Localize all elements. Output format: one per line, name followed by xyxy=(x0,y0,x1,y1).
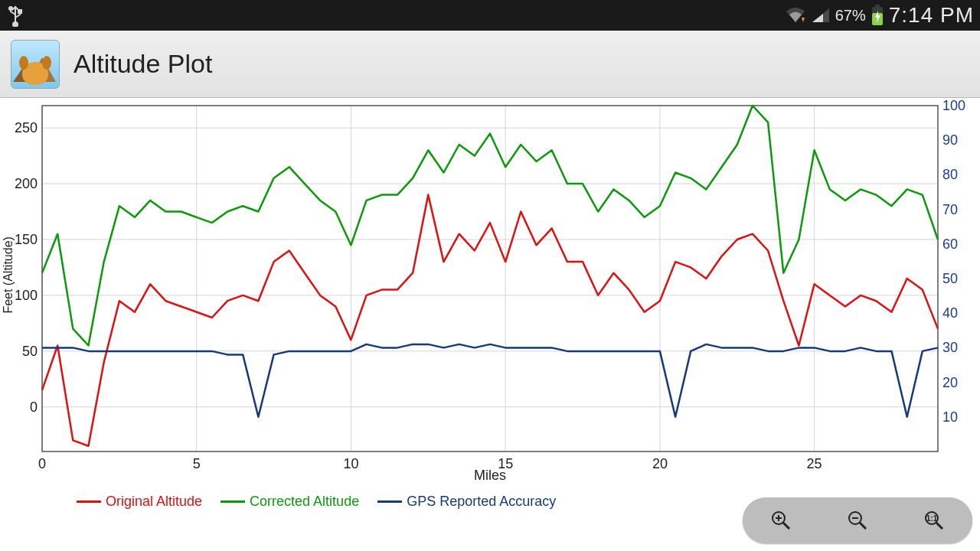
battery-percent: 67% xyxy=(835,7,866,24)
clock: 7:14 PM xyxy=(889,3,974,28)
svg-text:60: 60 xyxy=(942,236,958,252)
legend-label: Corrected Altitude xyxy=(250,494,359,510)
svg-rect-23 xyxy=(42,106,938,452)
legend-gps-accuracy: GPS Reported Accuracy xyxy=(377,494,556,510)
battery-charging-icon xyxy=(871,5,884,26)
usb-icon xyxy=(6,4,24,27)
chart-legend: Original Altitude Corrected Altitude GPS… xyxy=(77,494,556,510)
svg-text:25: 25 xyxy=(807,456,822,471)
svg-text:40: 40 xyxy=(942,305,958,321)
svg-text:20: 20 xyxy=(652,456,668,471)
svg-line-47 xyxy=(783,523,789,529)
svg-text:90: 90 xyxy=(942,132,958,148)
svg-text:5: 5 xyxy=(193,456,201,471)
legend-corrected-altitude: Corrected Altitude xyxy=(220,494,359,510)
chart-container: 0501001502002501020304050607080901000510… xyxy=(0,98,980,551)
page-title: Altitude Plot xyxy=(74,49,212,79)
svg-text:30: 30 xyxy=(942,340,958,355)
signal-icon xyxy=(811,7,831,24)
svg-text:50: 50 xyxy=(942,271,958,286)
action-bar: Altitude Plot xyxy=(0,31,980,98)
svg-point-1 xyxy=(9,7,12,10)
legend-label: Original Altitude xyxy=(106,494,202,510)
svg-text:1:1: 1:1 xyxy=(926,514,938,523)
svg-text:150: 150 xyxy=(15,232,38,247)
zoom-controls: 1:1 xyxy=(743,497,972,543)
svg-text:100: 100 xyxy=(15,288,38,303)
svg-text:10: 10 xyxy=(942,409,958,425)
zoom-in-button[interactable] xyxy=(768,507,794,533)
app-icon[interactable] xyxy=(11,40,60,89)
status-bar: 67% 7:14 PM xyxy=(0,0,980,31)
legend-original-altitude: Original Altitude xyxy=(77,494,202,510)
svg-point-3 xyxy=(13,22,18,27)
svg-text:70: 70 xyxy=(942,202,958,217)
zoom-out-button[interactable] xyxy=(844,507,871,533)
svg-text:0: 0 xyxy=(30,399,38,415)
svg-text:0: 0 xyxy=(38,456,46,471)
svg-text:200: 200 xyxy=(15,176,38,191)
zoom-reset-button[interactable]: 1:1 xyxy=(921,507,947,533)
svg-rect-2 xyxy=(18,10,21,13)
svg-text:250: 250 xyxy=(15,120,38,135)
svg-rect-8 xyxy=(875,5,880,8)
svg-text:80: 80 xyxy=(942,167,958,182)
x-axis-label: Miles xyxy=(474,468,506,484)
svg-text:10: 10 xyxy=(343,456,358,471)
svg-line-54 xyxy=(936,523,942,529)
svg-text:100: 100 xyxy=(942,98,965,113)
svg-text:20: 20 xyxy=(942,375,958,390)
y-axis-left-label: Feet (Altitude) xyxy=(2,236,15,313)
legend-label: GPS Reported Accuracy xyxy=(407,494,556,510)
wifi-icon xyxy=(785,7,806,24)
svg-marker-4 xyxy=(802,18,805,22)
svg-text:50: 50 xyxy=(22,344,38,359)
svg-line-51 xyxy=(860,523,866,529)
